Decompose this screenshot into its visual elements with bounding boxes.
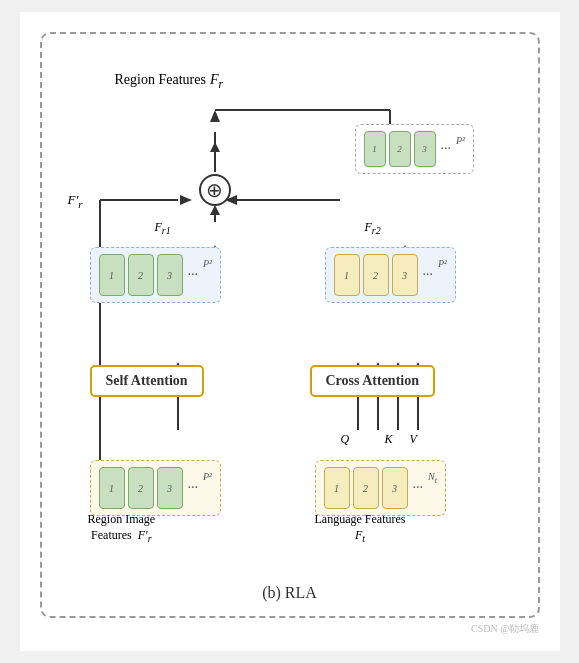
q-label: Q xyxy=(341,432,350,447)
page-container: Region Features Fr 1 2 3 ··· P² F'r ⊕ Fr… xyxy=(20,12,560,651)
cross-attention-box: Cross Attention xyxy=(310,365,435,397)
fr2-box-2: 2 xyxy=(363,254,389,296)
diagram-outer: Region Features Fr 1 2 3 ··· P² F'r ⊕ Fr… xyxy=(40,32,540,618)
language-feature-group: 1 2 3 ··· Nt xyxy=(315,460,447,516)
watermark: CSDN @勒坞鹿 xyxy=(471,622,539,636)
reg-img-box-3: 3 xyxy=(157,467,183,509)
region-features-group: 1 2 3 ··· P² xyxy=(355,124,475,174)
svg-marker-1 xyxy=(210,142,220,152)
fr2-box-3: 3 xyxy=(392,254,418,296)
v-label: V xyxy=(410,432,417,447)
circle-plus: ⊕ xyxy=(199,174,231,206)
lang-box-1: 1 xyxy=(324,467,350,509)
region-image-feature-group: 1 2 3 ··· P² xyxy=(90,460,222,516)
region-image-label: Region Image Features F'r xyxy=(88,512,156,545)
fr1-feature-group: 1 2 3 ··· P² xyxy=(90,247,222,303)
svg-marker-22 xyxy=(180,195,192,205)
feat-box-3: 3 xyxy=(414,131,436,167)
fr1-box-2: 2 xyxy=(128,254,154,296)
feat-box-1: 1 xyxy=(364,131,386,167)
fr-prime-label: F'r xyxy=(68,192,83,210)
fr1-label: Fr1 xyxy=(155,220,171,236)
lang-box-2: 2 xyxy=(353,467,379,509)
lang-box-3: 3 xyxy=(382,467,408,509)
self-attention-box: Self Attention xyxy=(90,365,204,397)
region-features-title: Region Features Fr xyxy=(115,70,223,91)
language-label: Language Features Ft xyxy=(315,512,406,545)
diagram-caption: (b) RLA xyxy=(60,584,520,602)
svg-marker-24 xyxy=(210,110,220,122)
fr2-box-1: 1 xyxy=(334,254,360,296)
diagram-wrap: Region Features Fr 1 2 3 ··· P² F'r ⊕ Fr… xyxy=(60,52,550,572)
svg-marker-9 xyxy=(210,205,220,215)
reg-img-box-2: 2 xyxy=(128,467,154,509)
feat-box-2: 2 xyxy=(389,131,411,167)
reg-img-box-1: 1 xyxy=(99,467,125,509)
fr1-box-3: 3 xyxy=(157,254,183,296)
fr2-feature-group: 1 2 3 ··· P² xyxy=(325,247,457,303)
fr1-box-1: 1 xyxy=(99,254,125,296)
k-label: K xyxy=(385,432,393,447)
fr2-label: Fr2 xyxy=(365,220,381,236)
